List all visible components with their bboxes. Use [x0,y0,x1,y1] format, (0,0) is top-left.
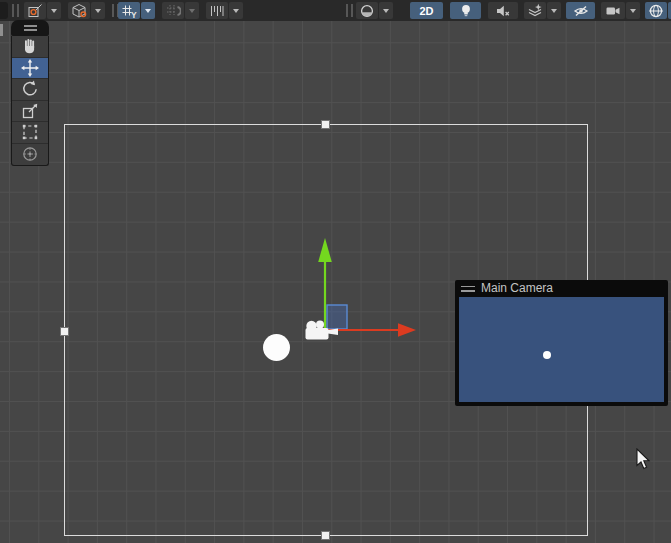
tool-handle-rotation-dropdown[interactable] [91,2,105,19]
scene-lighting-button[interactable] [450,2,481,19]
effects-icon [527,3,543,19]
orbit-globe-icon [648,3,664,19]
frame-handle-left[interactable] [61,328,68,335]
svg-text:Y: Y [131,9,137,19]
move-icon [20,58,40,78]
chevron-down-icon [630,9,636,13]
scene-toolbar: Y [0,0,671,21]
cube-icon [71,3,87,19]
chevron-down-icon [233,9,239,13]
2d-mode-button[interactable]: 2D [410,2,443,19]
camera-preview-titlebar[interactable]: Main Camera [455,280,668,297]
shading-mode-dropdown[interactable] [379,2,393,19]
clipped-overlay-edge [0,24,3,36]
rotate-tool-button[interactable] [12,79,48,101]
scene-camera-button[interactable] [601,2,625,19]
shading-mode-button[interactable] [356,2,378,19]
audio-muted-icon [495,3,511,19]
unity-scene-view: Y [0,0,671,543]
grid-visibility-dropdown[interactable] [141,2,155,19]
chevron-down-icon [145,9,151,13]
camera-preview-title: Main Camera [481,280,553,297]
rotate-icon [20,79,40,99]
gizmo-xy-plane-handle[interactable] [327,305,347,329]
mouse-cursor [636,448,652,472]
camera-preview-window: Main Camera [455,280,668,406]
clipped-button [0,2,8,19]
scene-canvas[interactable]: Main Camera [0,21,671,543]
snap-settings-dropdown[interactable] [185,2,199,19]
scene-audio-button[interactable] [488,2,518,19]
snap-increment-dropdown[interactable] [229,2,243,19]
tool-handle-rotation-button[interactable] [68,2,90,19]
hidden-objects-button[interactable] [566,2,595,19]
2d-mode-label: 2D [419,5,433,17]
hand-icon [20,36,40,56]
snap-increment-button[interactable] [206,2,228,19]
move-tool-button[interactable] [12,58,48,80]
view-tool-button[interactable] [12,36,48,58]
eye-slash-icon [573,3,589,19]
scene-orbit-button[interactable] [645,2,667,19]
camera-preview-sprite-dot [543,351,551,359]
snap-settings-button[interactable] [162,2,184,19]
frame-handle-top[interactable] [322,121,329,128]
grid-visibility-button[interactable]: Y [118,2,140,19]
rect-icon [20,122,40,142]
light-bulb-icon [458,3,474,19]
shaded-sphere-icon [359,3,375,19]
transform-tool-button[interactable] [12,144,48,166]
tool-handle-position-button[interactable] [24,2,46,19]
rect-tool-button[interactable] [12,122,48,144]
toolbar-drag-handle[interactable] [12,4,19,17]
tools-overlay [11,20,49,166]
chevron-down-icon [551,9,557,13]
chevron-down-icon [95,9,101,13]
scale-icon [20,101,40,121]
chevron-down-icon [51,9,57,13]
drag-grip-icon [461,286,475,292]
move-gizmo [245,223,425,355]
frame-handle-bottom[interactable] [322,532,329,539]
ruler-icon [209,3,225,19]
snap-magnet-icon [165,3,181,19]
tool-handle-position-dropdown[interactable] [47,2,61,19]
camera-icon [605,3,621,19]
transform-icon [20,144,40,164]
tools-overlay-body [11,36,49,166]
toolbar-separator [346,4,353,17]
grid-y-icon: Y [121,3,137,19]
scene-effects-dropdown[interactable] [547,2,561,19]
chevron-down-icon [383,9,389,13]
scene-camera-dropdown[interactable] [626,2,640,19]
camera-preview-render [459,297,664,402]
chevron-down-icon [189,9,195,13]
pivot-icon [27,3,43,19]
scale-tool-button[interactable] [12,101,48,123]
tools-overlay-drag-handle[interactable] [11,20,49,36]
scene-effects-button[interactable] [524,2,546,19]
